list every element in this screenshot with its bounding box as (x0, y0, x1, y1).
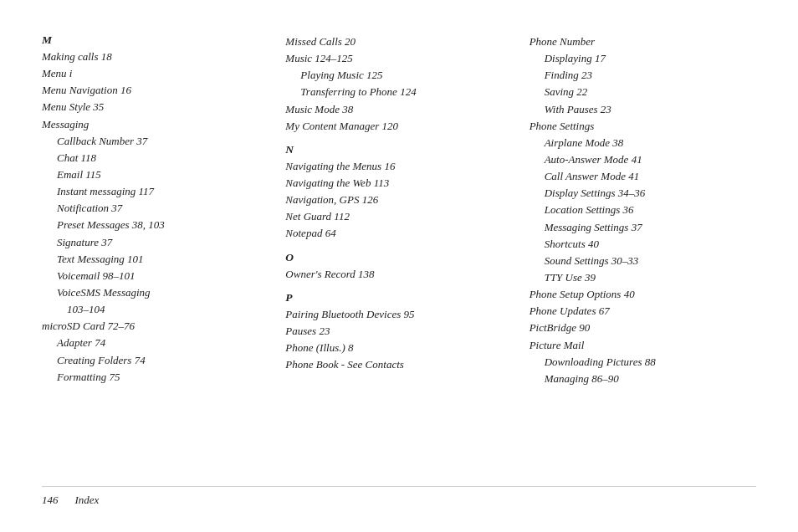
footer: 146 Index (42, 486, 756, 507)
list-item: Navigation, GPS 126 (285, 192, 512, 208)
list-item: With Pauses 23 (529, 101, 756, 118)
footer-page-number: 146 (42, 494, 59, 507)
col3-sections: Phone NumberDisplaying 17Finding 23Savin… (529, 33, 756, 387)
list-item: Picture Mail (529, 337, 756, 354)
list-item: Phone Updates 67 (529, 303, 756, 320)
list-item: PictBridge 90 (529, 320, 756, 336)
list-item: Pauses 23 (285, 323, 512, 340)
list-item: microSD Card 72–76 (42, 318, 269, 335)
list-item: Location Settings 36 (529, 202, 756, 218)
list-item: Phone (Illus.) 8 (285, 340, 512, 356)
letter-m: M (42, 33, 269, 47)
list-item: Downloading Pictures 88 (529, 354, 756, 371)
list-item: Music 124–125 (285, 50, 512, 67)
list-item: Owner's Record 138 (285, 266, 512, 283)
list-item: Shortcuts 40 (529, 236, 756, 253)
index-columns: M Making calls 18Menu iMenu Navigation 1… (42, 33, 756, 478)
list-item: Menu Navigation 16 (42, 82, 269, 99)
list-item: Displaying 17 (529, 50, 756, 67)
list-item: Phone Book - See Contacts (285, 356, 512, 373)
section-letter: P (285, 291, 512, 304)
list-item: Sound Settings 30–33 (529, 253, 756, 269)
list-item: Managing 86–90 (529, 371, 756, 387)
column-2: Missed Calls 20Music 124–125Playing Musi… (285, 33, 529, 478)
list-item: Call Answer Mode 41 (529, 168, 756, 185)
section-letter: N (285, 143, 512, 156)
list-item: Missed Calls 20 (285, 33, 512, 50)
col2-sections: Missed Calls 20Music 124–125Playing Musi… (285, 33, 512, 373)
list-item: Chat 118 (42, 150, 269, 166)
list-item: Pairing Bluetooth Devices 95 (285, 306, 512, 323)
list-item: Phone Number (529, 33, 756, 50)
list-item: Navigating the Menus 16 (285, 158, 512, 175)
list-item: Menu i (42, 65, 269, 82)
list-item: Instant messaging 117 (42, 183, 269, 200)
list-item: Signature 37 (42, 234, 269, 251)
list-item: Text Messaging 101 (42, 251, 269, 268)
list-item: Menu Style 35 (42, 99, 269, 115)
footer-section-label: Index (75, 494, 100, 507)
list-item: Messaging (42, 116, 269, 133)
column-3: Phone NumberDisplaying 17Finding 23Savin… (529, 33, 756, 478)
list-item: Voicemail 98–101 (42, 268, 269, 284)
list-item: Net Guard 112 (285, 208, 512, 225)
list-item: Messaging Settings 37 (529, 219, 756, 236)
list-item: Airplane Mode 38 (529, 135, 756, 151)
list-item: Notepad 64 (285, 225, 512, 242)
list-item: Phone Settings (529, 118, 756, 135)
list-item: 103–104 (42, 301, 269, 318)
list-item: My Content Manager 120 (285, 118, 512, 135)
list-item: Preset Messages 38, 103 (42, 217, 269, 233)
list-item: Phone Setup Options 40 (529, 286, 756, 303)
list-item: Notification 37 (42, 200, 269, 217)
list-item: Display Settings 34–36 (529, 185, 756, 202)
list-item: TTY Use 39 (529, 269, 756, 286)
col1-entries: Making calls 18Menu iMenu Navigation 16M… (42, 49, 269, 386)
list-item: Navigating the Web 113 (285, 175, 512, 192)
list-item: Auto-Answer Mode 41 (529, 151, 756, 168)
list-item: VoiceSMS Messaging (42, 284, 269, 301)
list-item: Creating Folders 74 (42, 352, 269, 369)
list-item: Music Mode 38 (285, 101, 512, 118)
list-item: Making calls 18 (42, 49, 269, 65)
list-item: Playing Music 125 (285, 67, 512, 84)
list-item: Formatting 75 (42, 369, 269, 386)
list-item: Email 115 (42, 166, 269, 183)
page: M Making calls 18Menu iMenu Navigation 1… (0, 0, 798, 532)
list-item: Callback Number 37 (42, 133, 269, 150)
section-letter: O (285, 251, 512, 264)
list-item: Finding 23 (529, 67, 756, 84)
list-item: Saving 22 (529, 84, 756, 100)
column-1: M Making calls 18Menu iMenu Navigation 1… (42, 33, 285, 478)
list-item: Adapter 74 (42, 335, 269, 351)
list-item: Transferring to Phone 124 (285, 84, 512, 100)
